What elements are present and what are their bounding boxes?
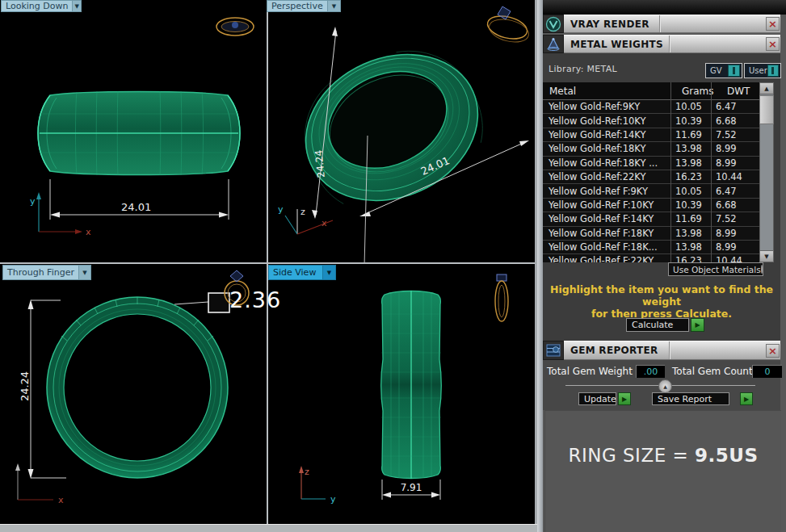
metal-table-cell: 6.68 [711,115,759,127]
table-column-divider [670,82,671,262]
chevron-down-icon[interactable]: ▼ [322,266,335,279]
axis-label-x: x [58,495,64,505]
metal-table-cell: 6.47 [711,101,759,112]
dropdown-value: Use Object Materials [669,265,761,274]
table-scrollbar-thumb[interactable] [759,95,774,124]
total-gem-count-label: Total Gem Count [672,366,753,377]
metal-table-cell: Yellow Gold-Ref:14KY [543,129,670,140]
close-icon[interactable]: × [766,344,780,358]
viewport-tab-perspective[interactable]: Perspective ▼ [267,0,341,12]
viewport-tab-through-finger[interactable]: Through Finger ▼ [2,265,91,280]
dimension-label: 24.24 [19,369,31,404]
use-object-materials-dropdown[interactable]: Use Object Materials [668,262,763,276]
viewport-looking-down[interactable]: y x [0,0,267,262]
table-column-divider [711,82,712,262]
metal-table-cell: 13.98 [670,228,711,239]
metal-table-row[interactable]: Yellow Gold-Ref F:10KY10.396.68 [543,199,759,212]
collapse-up-button[interactable]: ▲ [658,379,672,393]
column-header-metal: Metal [543,86,677,97]
viewport-perspective[interactable]: z y x [268,0,537,262]
total-gem-count-value[interactable]: 0 [752,365,782,378]
calculate-button[interactable]: Calculate [626,318,689,332]
viewport-tab-side-view[interactable]: Side View ▼ [268,265,336,280]
metal-table-cell: 7.52 [711,213,759,224]
axis-label-x: x [86,227,91,237]
user-toggle-label: User [745,66,767,75]
vray-logo-icon [543,15,564,33]
ring-orientation-icon [495,274,508,321]
viewport-through-finger[interactable]: x [0,264,267,524]
viewport-tab-label: Looking Down [2,1,72,11]
viewport-tab-label: Perspective [267,1,327,11]
ring-model-perspective-view: z y x [268,0,537,262]
scroll-up-button[interactable]: ▲ [759,82,774,94]
viewport-divider-horizontal[interactable] [0,262,537,264]
metal-table-row[interactable]: Yellow Gold-Ref:18KY13.988.99 [543,142,759,156]
scroll-down-button[interactable]: ▼ [759,250,774,262]
metal-table-row[interactable]: Yellow Gold-Ref F:22KY16.2310.44 [543,254,759,262]
metal-table-row[interactable]: Yellow Gold-Ref:14KY11.697.52 [543,128,759,142]
total-gem-weight-value[interactable]: .00 [636,365,665,378]
metal-table-row[interactable]: Yellow Gold-Ref F:18K...13.988.99 [543,241,759,254]
toggle-on-icon [728,65,740,77]
library-label: Library: METAL [549,64,617,74]
save-report-label: Save Report [653,394,712,404]
vray-render-header[interactable]: VRAY RENDER [564,15,780,33]
update-button[interactable]: Update [578,392,616,405]
metal-table-cell: 6.47 [711,186,759,197]
ring-size-prefix: RING SIZE = [568,445,695,466]
hint-line-1: Highlight the item you want to find the … [543,283,780,308]
gem-reporter-header[interactable]: GEM REPORTER [564,341,780,360]
column-header-grams: Grams [677,86,722,97]
viewport-tab-looking-down[interactable]: Looking Down ▼ [1,0,82,12]
metal-table-row[interactable]: Yellow Gold-Ref:22KY16.2310.44 [543,170,759,184]
ring-size-text: RING SIZE = 9.5US [545,445,781,466]
panel-title: GEM REPORTER [564,345,658,356]
save-report-button[interactable]: Save Report [652,392,729,405]
panel-left-strip [537,0,543,532]
calculate-go-icon[interactable]: ▶ [691,318,704,332]
metal-table-cell: 8.99 [711,241,759,253]
metal-table-row[interactable]: Yellow Gold-Ref:9KY10.056.47 [543,100,759,114]
save-report-go-icon[interactable]: ▶ [740,392,753,405]
metal-table-cell: Yellow Gold-Ref F:9KY [543,186,670,197]
metal-table-cell: 16.23 [670,171,711,182]
axis-label-y: y [330,494,336,505]
side-panel: VRAY RENDER × METAL WEIGHTS × Library: M… [537,0,786,532]
metal-table-row[interactable]: Yellow Gold-Ref:18KY ...13.988.99 [543,157,759,170]
ring-model-front-view: x [0,264,267,524]
chevron-down-icon[interactable]: ▼ [72,1,81,11]
update-go-icon[interactable]: ▶ [618,392,631,405]
viewport-tab-label: Side View [269,267,322,278]
chevron-down-icon[interactable]: ▼ [78,266,90,279]
metal-table-cell: 10.39 [670,115,711,127]
metal-table-cell: 16.23 [670,255,711,262]
dropdown-indicator-icon [761,265,763,274]
metal-table-cell: 10.05 [670,186,711,197]
jewelry-cad-app: y x [0,0,786,532]
chevron-down-icon[interactable]: ▼ [327,1,340,11]
metal-table-header: Metal Grams DWT [543,82,759,100]
metal-table-row[interactable]: Yellow Gold-Ref F:18KY13.988.99 [543,227,759,241]
active-dimension-label: 2.36 [229,287,281,312]
user-toggle-button[interactable]: User [744,63,781,78]
metal-table-cell: Yellow Gold-Ref:9KY [543,101,670,112]
metal-table-cell: Yellow Gold-Ref:10KY [543,115,670,127]
metal-table-row[interactable]: Yellow Gold-Ref:10KY10.396.68 [543,114,759,128]
metal-table-row[interactable]: Yellow Gold-Ref F:9KY10.056.47 [543,184,759,198]
metal-table-row[interactable]: Yellow Gold-Ref F:14KY11.697.52 [543,212,759,226]
calculate-hint: Highlight the item you want to find the … [543,283,780,320]
metal-table-cell: Yellow Gold-Ref F:22KY [543,255,670,262]
update-label: Update [579,394,616,404]
close-icon[interactable]: × [766,17,780,31]
close-icon[interactable]: × [766,37,780,51]
ring-orientation-icon [216,18,254,36]
axis-label-z: z [305,467,309,477]
metal-weights-header[interactable]: METAL WEIGHTS [564,35,780,53]
metal-table-cell: 10.44 [711,255,759,262]
metal-table-cell: Yellow Gold-Ref:18KY ... [543,157,670,169]
gv-toggle-button[interactable]: GV [705,63,742,78]
gv-toggle-label: GV [706,66,728,75]
viewport-tab-label: Through Finger [3,267,78,278]
ring-size-panel: RING SIZE = 9.5US [544,410,781,532]
